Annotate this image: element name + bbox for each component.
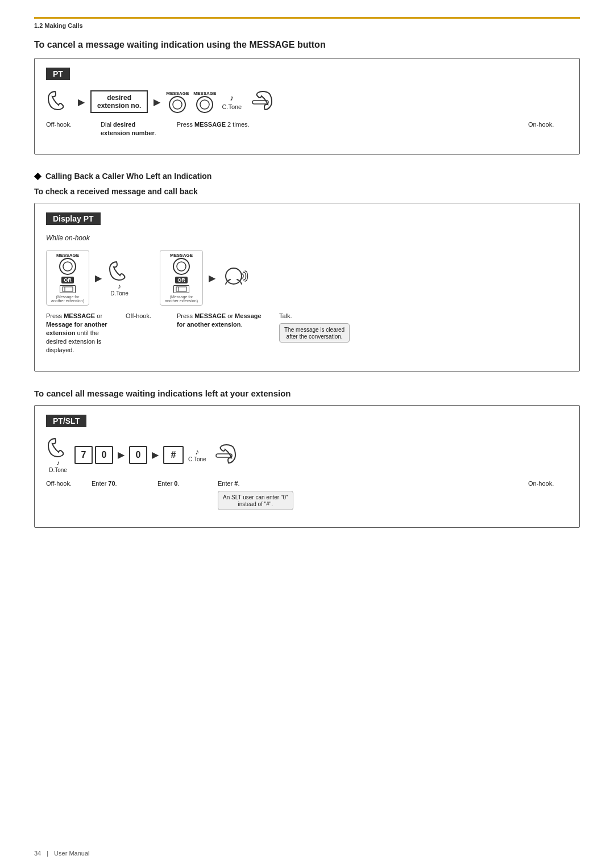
talk-note: The message is clearedafter the conversa… xyxy=(279,323,350,343)
section3-block: To cancel all message waiting indication… xyxy=(34,389,580,528)
arrow-s2-2: ▶ xyxy=(209,273,215,283)
section2-box: Display PT While on-hook MESSAGE OR xyxy=(34,203,580,372)
label-msg2: Press MESSAGE 2 times. xyxy=(177,120,250,128)
ext-icon-right xyxy=(173,285,189,293)
s2-offhook-icon xyxy=(107,260,131,282)
s3-onhook-icon xyxy=(211,444,237,466)
section1-flow-row: ▶ desiredextension no. ▶ MESSAGE xyxy=(46,89,568,114)
hash-key: # xyxy=(163,446,184,464)
arrow-s3-1: ▶ xyxy=(118,449,125,460)
msg-btn-1 xyxy=(169,96,186,113)
label-dial: Dial desiredextension number. xyxy=(101,120,156,137)
section3-box-label: PT/SLT xyxy=(46,415,86,427)
section-header: 1.2 Making Calls xyxy=(34,17,580,30)
section3-labels-row: Off-hook. Enter 70. Enter 0. Enter #. An… xyxy=(46,479,568,510)
label-s3-70: Enter 70. xyxy=(92,479,137,487)
section2-subtitle: To check a received message and call bac… xyxy=(34,187,580,196)
section1-title: To cancel a message waiting indication u… xyxy=(34,40,580,50)
while-onhook-label: While on-hook xyxy=(46,234,568,242)
svg-point-1 xyxy=(200,100,209,109)
section1-labels-row: Off-hook. Dial desiredextension number. … xyxy=(46,120,568,137)
section1-box: PT ▶ desiredextension no. ▶ xyxy=(34,58,580,155)
label-talk: Talk. The message is clearedafter the co… xyxy=(279,311,350,343)
hash-note: An SLT user can enter "0"instead of "#". xyxy=(218,491,293,510)
msg-btn-2 xyxy=(196,96,213,113)
key-0-first: 0 xyxy=(95,446,113,464)
ext-icon-left xyxy=(60,285,76,293)
label-s3-0: Enter 0. xyxy=(157,479,197,487)
keys-70-group: 7 0 xyxy=(74,446,113,464)
section3-box: PT/SLT ♪ D.Tone 7 xyxy=(34,405,580,528)
label-onhook: On-hook. xyxy=(528,120,568,128)
arrow1: ▶ xyxy=(78,97,85,107)
section3-title: To cancel all message waiting indication… xyxy=(34,389,580,398)
msg-btn-right xyxy=(173,258,190,275)
section2-box-label: Display PT xyxy=(46,212,101,225)
s2-offhook: ♪ D.Tone xyxy=(107,260,131,297)
svg-point-0 xyxy=(173,100,182,109)
s3-offhook-icon xyxy=(46,436,70,459)
section2-flow-row: MESSAGE OR (Message foranother extension… xyxy=(46,250,568,306)
label-s3-hash: Enter #. An SLT user can enter "0"instea… xyxy=(218,479,293,510)
label-offhook: Off-hook. xyxy=(46,120,80,128)
s3-ctone: ♪ C.Tone xyxy=(188,447,206,462)
ctone-item: ♪ C.Tone xyxy=(222,93,242,110)
label-s2-offhook: Off-hook. xyxy=(126,311,160,320)
key-7: 7 xyxy=(74,446,93,464)
dial-item: desiredextension no. xyxy=(90,90,148,113)
svg-point-3 xyxy=(63,262,72,271)
footer-page: 34 xyxy=(34,850,41,857)
hash-item: # xyxy=(163,446,184,464)
talk-icon xyxy=(221,264,250,292)
svg-point-9 xyxy=(226,268,242,284)
dial-box: desiredextension no. xyxy=(90,90,148,113)
section1-block: To cancel a message waiting indication u… xyxy=(34,40,580,155)
label-msg-left: Press MESSAGE or Message for another ext… xyxy=(46,311,120,354)
section-title: 1.2 Making Calls xyxy=(34,22,83,29)
arrow2: ▶ xyxy=(154,97,160,107)
footer: 34 | User Manual xyxy=(34,850,89,857)
footer-divider: | xyxy=(47,850,48,857)
msg-group-right: MESSAGE OR (Message foranother extension… xyxy=(160,250,203,306)
svg-rect-7 xyxy=(176,287,186,291)
label-s3-onhook: On-hook. xyxy=(528,479,568,487)
key-0-second: 0 xyxy=(129,446,147,464)
section3-flow-row: ♪ D.Tone 7 0 ▶ 0 xyxy=(46,436,568,473)
s3-offhook: ♪ D.Tone xyxy=(46,436,70,473)
section2-main-title: ◆ Calling Back a Caller Who Left an Indi… xyxy=(34,170,580,181)
section2-block: ◆ Calling Back a Caller Who Left an Indi… xyxy=(34,170,580,372)
svg-point-6 xyxy=(177,262,186,271)
keys-70-item: 7 0 xyxy=(74,446,113,464)
s3-onhook xyxy=(211,444,237,466)
onhook-item xyxy=(247,91,273,112)
arrow-s2-1: ▶ xyxy=(95,273,102,283)
section2-labels-row: Press MESSAGE or Message for another ext… xyxy=(46,311,568,354)
svg-rect-4 xyxy=(63,287,73,291)
footer-label: User Manual xyxy=(54,850,89,857)
label-s3-offhook: Off-hook. xyxy=(46,479,86,487)
talk-item xyxy=(221,264,250,292)
msg-buttons-item: MESSAGE MESSAGE xyxy=(166,91,216,113)
section1-box-label: PT xyxy=(46,68,70,80)
arrow-s3-2: ▶ xyxy=(152,449,159,460)
label-msg-right: Press MESSAGE or Message for another ext… xyxy=(177,311,262,328)
offhook-icon xyxy=(46,89,72,114)
offhook-item xyxy=(46,89,72,114)
msg-btn-left xyxy=(59,258,76,275)
key-0-item: 0 xyxy=(129,446,147,464)
onhook-icon xyxy=(247,91,273,112)
msg-group-left: MESSAGE OR (Message foranother extension… xyxy=(46,250,89,306)
